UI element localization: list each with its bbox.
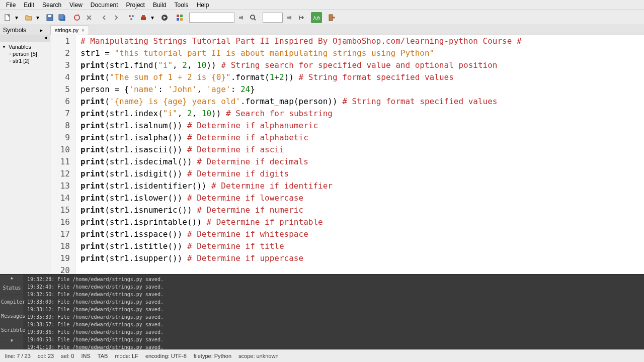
menubar: FileEditSearchViewDocumentProjectBuildTo…: [0, 0, 644, 10]
color-chooser-icon[interactable]: [174, 12, 185, 23]
bottom-tab-scribble[interactable]: Scribble: [0, 323, 24, 337]
sidebar: Symbols ▸ ◄ ▾Variables◦person [5]◦str1 […: [0, 25, 50, 274]
close-icon[interactable]: [84, 12, 95, 23]
code-line: print(str1.isspace()) # Determine if whi…: [80, 228, 639, 240]
goto-line-input[interactable]: [263, 13, 283, 23]
open-file-icon[interactable]: [23, 12, 34, 23]
line-gutter: 1234567891011121314151617181920: [50, 35, 75, 274]
line-number: 19: [55, 252, 70, 264]
bottom-tab-bar: ▲ StatusCompilerMessagesScribble ▼: [0, 275, 24, 349]
open-dropdown-icon[interactable]: ▾: [35, 14, 40, 21]
message-line: 19:33:09: File /home/edward/strings.py s…: [27, 298, 641, 306]
sidebar-close-icon[interactable]: ◄: [43, 35, 48, 42]
menu-edit[interactable]: Edit: [20, 1, 38, 10]
menu-help[interactable]: Help: [193, 1, 213, 10]
code-line: print("The sum of 1 + 2 is {0}".format(1…: [80, 71, 639, 83]
svg-point-7: [132, 15, 134, 17]
message-line: 19:32:40: File /home/edward/strings.py s…: [27, 283, 641, 291]
code-line: print(str1.isalnum()) # Determine if alp…: [80, 120, 639, 132]
tree-item[interactable]: ◦person [5]: [1, 50, 49, 57]
line-number: 9: [55, 132, 70, 144]
message-line: 19:35:39: File /home/edward/strings.py s…: [27, 313, 641, 321]
code-line: print(str1.islower()) # Determine if low…: [80, 192, 639, 204]
code-line: print(str1.isdigit()) # Determine if dig…: [80, 168, 639, 180]
tree-item[interactable]: ◦str1 [2]: [1, 57, 49, 64]
svg-rect-12: [177, 15, 179, 17]
tree-label: person [5]: [13, 51, 37, 57]
run-icon[interactable]: [159, 12, 170, 23]
quit-icon[interactable]: [326, 12, 337, 23]
save-all-icon[interactable]: [56, 12, 67, 23]
tab-close-icon[interactable]: ×: [82, 28, 85, 33]
line-number: 16: [55, 216, 70, 228]
code-line: # Manipulating Strings Tutorial Part II …: [80, 35, 639, 47]
nav-back-icon[interactable]: [99, 12, 110, 23]
search-input[interactable]: [189, 13, 234, 23]
svg-point-6: [129, 15, 131, 17]
bottom-tab-compiler[interactable]: Compiler: [0, 295, 24, 309]
status-encoding: encoding: UTF-8: [145, 353, 187, 359]
messages-pane[interactable]: 19:32:28: File /home/edward/strings.py s…: [24, 275, 644, 349]
reload-icon[interactable]: [71, 12, 83, 23]
menu-search[interactable]: Search: [38, 1, 65, 10]
line-number: 1: [55, 35, 70, 47]
svg-rect-18: [329, 15, 333, 21]
message-line: 19:38:57: File /home/edward/strings.py s…: [27, 321, 641, 328]
bottom-tab-messages[interactable]: Messages: [0, 309, 24, 323]
code-line: print(str1.isascii()) # Determine if asc…: [80, 144, 639, 156]
code-line: print(str1.isalpha()) # Determine if alp…: [80, 132, 639, 144]
line-number: 11: [55, 156, 70, 168]
panel-up-icon[interactable]: ▲: [0, 275, 24, 281]
message-line: 19:40:53: File /home/edward/strings.py s…: [27, 336, 641, 343]
save-icon[interactable]: [44, 12, 55, 23]
status-mode: mode: LF: [115, 353, 138, 359]
bottom-tab-status[interactable]: Status: [0, 281, 24, 295]
code-content[interactable]: # Manipulating Strings Tutorial Part II …: [75, 35, 644, 274]
compile-icon[interactable]: [126, 12, 137, 23]
svg-rect-9: [141, 17, 146, 20]
message-line: 19:32:28: File /home/edward/strings.py s…: [27, 276, 641, 283]
message-line: 19:33:12: File /home/edward/strings.py s…: [27, 306, 641, 313]
build-dropdown-icon[interactable]: ▾: [150, 14, 155, 21]
goto-icon[interactable]: [296, 12, 307, 23]
status-scope: scope: unknown: [238, 353, 279, 359]
sidebar-collapse-icon[interactable]: ▸: [40, 27, 47, 34]
message-line: 19:39:36: File /home/edward/strings.py s…: [27, 328, 641, 336]
svg-point-16: [251, 15, 255, 19]
bottom-panel: ▲ StatusCompilerMessagesScribble ▼ 19:32…: [0, 274, 644, 349]
build-icon[interactable]: [138, 12, 149, 23]
editor-area: strings.py × 123456789101112131415161718…: [50, 25, 644, 274]
menu-document[interactable]: Document: [87, 1, 122, 10]
sidebar-header: Symbols ▸: [0, 25, 50, 35]
panel-down-icon[interactable]: ▼: [0, 337, 24, 344]
search-icon[interactable]: [248, 12, 259, 23]
plugin-icon[interactable]: 入力: [311, 12, 322, 23]
menu-project[interactable]: Project: [122, 1, 149, 10]
code-editor[interactable]: 1234567891011121314151617181920 # Manipu…: [50, 35, 644, 274]
code-line: str1 = "this tutorial part II is about m…: [80, 47, 639, 59]
svg-rect-2: [48, 15, 51, 17]
symbols-tree: ▾Variables◦person [5]◦str1 [2]: [0, 42, 50, 65]
tree-item[interactable]: ▾Variables: [1, 43, 49, 50]
line-number: 20: [55, 264, 70, 274]
svg-point-8: [130, 18, 132, 20]
svg-text:入力: 入力: [312, 16, 320, 20]
menu-build[interactable]: Build: [149, 1, 171, 10]
new-dropdown-icon[interactable]: ▾: [14, 14, 19, 21]
status-col: col: 23: [38, 353, 54, 359]
svg-rect-4: [59, 15, 64, 20]
line-number: 10: [55, 144, 70, 156]
new-file-icon[interactable]: [2, 12, 13, 23]
code-line: print(str1.istitle()) # Determine if tit…: [80, 240, 639, 252]
menu-file[interactable]: File: [2, 1, 20, 10]
menu-view[interactable]: View: [65, 1, 87, 10]
tab-label: strings.py: [55, 27, 78, 33]
line-number: 13: [55, 180, 70, 192]
code-line: [80, 264, 639, 274]
goto-clear-icon[interactable]: [284, 12, 295, 23]
nav-forward-icon[interactable]: [111, 12, 122, 23]
svg-rect-10: [142, 15, 145, 17]
menu-tools[interactable]: Tools: [171, 1, 193, 10]
tab-file[interactable]: strings.py ×: [50, 25, 89, 35]
search-clear-icon[interactable]: [235, 12, 247, 23]
